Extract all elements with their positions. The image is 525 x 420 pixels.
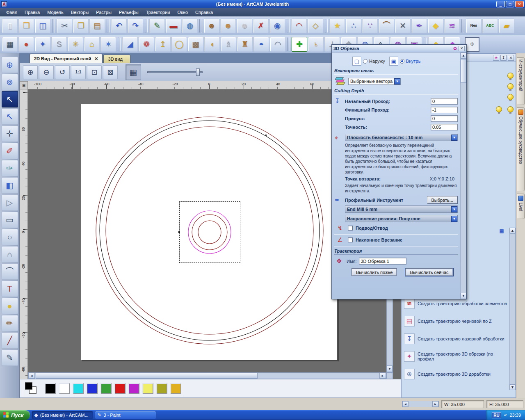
delete-nodes-icon[interactable]: ✕ <box>395 18 411 33</box>
menu-item[interactable]: Траектории <box>142 9 174 16</box>
menu-item[interactable]: Рельефы <box>115 9 142 16</box>
color-swatch[interactable] <box>87 383 98 394</box>
menu-item[interactable]: Справка <box>192 9 217 16</box>
side-tab-tutorial[interactable]: Обучающее руководство <box>517 107 525 191</box>
checkbox[interactable] <box>348 226 353 231</box>
panel-scrollbar[interactable]: ▲ ▼ <box>460 52 466 299</box>
separator[interactable] <box>287 19 290 33</box>
relief-blob-icon[interactable]: ● <box>18 37 34 52</box>
chevron-down-icon[interactable]: ▼ <box>451 135 457 141</box>
swirl-icon[interactable]: ❁ <box>139 37 154 52</box>
gold-bars-icon[interactable]: ▰ <box>499 18 514 33</box>
tool-dropdown[interactable]: End Mill 6 mm ▼ <box>345 205 458 213</box>
color-swatch[interactable] <box>114 383 126 394</box>
star-vector-icon[interactable]: ★ <box>329 18 345 33</box>
separator[interactable] <box>461 19 464 33</box>
menu-item[interactable]: Окно <box>174 9 192 16</box>
separator[interactable] <box>287 37 290 51</box>
teddy-bear-icon[interactable]: ☻ <box>204 18 219 33</box>
canvas-horizontal-scrollbar[interactable]: ◄ ► <box>28 372 386 379</box>
hint-bulb-icon[interactable] <box>496 106 502 112</box>
field-input[interactable] <box>431 124 458 130</box>
machine-side-option[interactable]: ▣ Внутрь <box>389 57 421 66</box>
diamond-vector-icon[interactable]: ◆ <box>428 18 443 33</box>
column-icon[interactable]: ♜ <box>237 37 253 52</box>
separator[interactable] <box>145 19 148 33</box>
abc-fonts-icon[interactable]: ABC <box>482 18 498 33</box>
wedge-icon[interactable]: ◢ <box>122 37 138 52</box>
extrude-icon[interactable]: ↥ <box>155 37 171 52</box>
star-blue-icon[interactable]: ✶ <box>100 37 116 52</box>
hint-bulb-icon[interactable] <box>507 83 514 89</box>
nesting-icon[interactable]: Nes <box>466 18 482 33</box>
close-button[interactable]: ✕ <box>515 1 524 7</box>
color-swatch[interactable] <box>128 383 139 394</box>
selection-box[interactable] <box>179 201 240 263</box>
ring-icon[interactable]: ◯ <box>171 37 187 52</box>
star-relief-icon[interactable]: ✦ <box>35 37 50 52</box>
scroll-down-icon[interactable]: ▼ <box>387 365 393 372</box>
menu-item[interactable]: Растры <box>92 9 115 16</box>
separator[interactable] <box>107 19 110 33</box>
zoom-out-icon[interactable]: ⊖ <box>39 65 54 79</box>
tray-chevron-icon[interactable]: « <box>504 412 507 418</box>
paste-icon[interactable]: ▤ <box>89 18 105 33</box>
color-picker-icon[interactable]: ✑ <box>2 160 18 176</box>
taskbar-task-button[interactable]: ✎ 3 - Paint <box>95 411 156 419</box>
transform-tool-icon[interactable]: ✛ <box>2 126 18 142</box>
minimize-button[interactable]: _ <box>496 1 505 7</box>
arch-icon[interactable]: ◠ <box>270 37 285 52</box>
vector-select-icon[interactable]: ▷ <box>2 194 18 211</box>
checkbox[interactable] <box>348 237 353 242</box>
language-indicator[interactable]: RU <box>492 412 501 418</box>
selection-handle[interactable] <box>178 231 180 233</box>
pin-icon[interactable]: ↧ <box>500 55 507 61</box>
ellipse-tool-icon[interactable]: ○ <box>2 229 18 245</box>
zoom-1to1-icon[interactable]: 1:1 <box>71 65 86 79</box>
model-page[interactable] <box>81 104 338 360</box>
zoom-previous-icon[interactable]: ↺ <box>55 65 70 79</box>
add-relief-icon[interactable]: ✚ <box>292 37 307 52</box>
panel-titlebar[interactable]: 3D Обрезка ✿ ✕ <box>332 45 466 52</box>
radio-button[interactable] <box>363 59 368 64</box>
reference-book-icon[interactable]: ▬ <box>166 18 181 33</box>
color-swatch[interactable] <box>100 383 112 394</box>
redo-icon[interactable]: ↷ <box>128 18 143 33</box>
side-tab-toolbox[interactable]: Инструментарий <box>517 57 525 105</box>
scroll-left-icon[interactable]: ◄ <box>28 373 35 379</box>
measure-pen-icon[interactable]: ✐ <box>2 143 18 159</box>
menu-item[interactable]: Файл <box>2 9 21 16</box>
wave-vector-icon[interactable]: ≋ <box>444 18 460 33</box>
sculpt-icon[interactable]: S <box>51 37 67 52</box>
color-swatch[interactable] <box>142 383 153 394</box>
purse-icon[interactable]: ◖ <box>204 37 220 52</box>
scroll-right-icon[interactable]: ► <box>432 401 438 407</box>
node-select-icon[interactable]: ↖ <box>2 108 18 125</box>
polygon-tool-icon[interactable]: ⌂ <box>2 246 18 262</box>
vase-icon[interactable]: ♗ <box>221 37 236 52</box>
toolpath-operation-item[interactable]: ↧ Создать траекторию лазерной обработки <box>403 330 509 347</box>
list-scroll-track[interactable] <box>509 233 516 384</box>
cut-direction-dropdown[interactable]: Направление резания: Попутное ▼ <box>345 215 458 222</box>
rectangle-tool-icon[interactable]: ▭ <box>2 212 18 228</box>
droplet-tool-icon[interactable]: ● <box>2 298 18 314</box>
scroll-right-icon[interactable]: ► <box>379 373 386 379</box>
color-swatch[interactable] <box>170 383 181 394</box>
chevron-down-icon[interactable]: ▼ <box>451 206 457 212</box>
color-swatch[interactable] <box>73 383 84 394</box>
weave-icon[interactable]: ✳ <box>68 37 83 52</box>
taskbar-task-button[interactable]: ◆ (Без имени) - ArtCAM... <box>32 411 93 419</box>
node-cluster-icon[interactable]: ∵ <box>362 18 378 33</box>
calculate-now-button[interactable]: Вычислить сейчас <box>405 268 453 276</box>
open-model-icon[interactable]: ❒ <box>18 18 34 33</box>
delete-tool-icon[interactable]: ✗ <box>253 18 269 33</box>
menu-item[interactable]: Правка <box>21 9 43 16</box>
scroll-down-icon[interactable]: ▼ <box>461 293 466 299</box>
menu-item[interactable]: Векторы <box>67 9 92 16</box>
toolpath-operation-item[interactable]: ▤ Создать траекторию черновой по Z <box>403 312 509 330</box>
copy-icon[interactable]: ❐ <box>73 18 89 33</box>
scroll-thumb[interactable] <box>36 373 258 379</box>
radio-button[interactable] <box>400 59 404 64</box>
list-scroll-down-icon[interactable]: ▼ <box>509 384 516 390</box>
color-swatch[interactable] <box>156 383 167 394</box>
